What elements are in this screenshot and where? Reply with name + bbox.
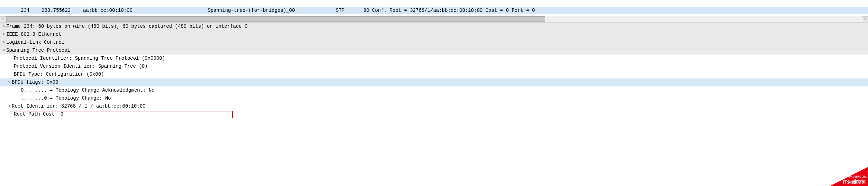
- horizontal-scrollbar[interactable]: < >: [0, 16, 868, 22]
- col-source: [83, 0, 208, 7]
- col-source: aa:bb:cc:00:10:00: [83, 7, 208, 14]
- scroll-right-button[interactable]: >: [862, 16, 868, 22]
- packet-row[interactable]: [0, 0, 868, 7]
- tree-root-id[interactable]: >Root Identifier: 32768 / 1 / aa:bb:cc:0…: [0, 102, 868, 110]
- topology-change-ack: 0... .... = Topology Change Acknowledgme…: [21, 86, 154, 94]
- col-info: [363, 0, 868, 7]
- chevron-right-icon: >: [1, 39, 6, 46]
- packet-list[interactable]: 234 288.755622 aa:bb:cc:00:10:00 Spannin…: [0, 0, 868, 16]
- tree-flag-tca[interactable]: 0... .... = Topology Change Acknowledgme…: [0, 86, 868, 94]
- col-destination: Spanning-tree-(for-bridges)_00: [208, 7, 336, 14]
- root-identifier: Root Identifier: 32768 / 1 / aa:bb:cc:00…: [12, 102, 145, 110]
- tree-bpdu-flags[interactable]: vBPDU flags: 0x00: [0, 78, 868, 86]
- col-time: 288.755622: [42, 7, 83, 14]
- scroll-left-button[interactable]: <: [0, 16, 6, 22]
- col-protocol: [336, 0, 363, 7]
- tree-bpdu-type[interactable]: BPDU Type: Configuration (0x00): [0, 70, 868, 78]
- chevron-right-icon: >: [1, 23, 6, 31]
- tree-stp[interactable]: vSpanning Tree Protocol: [0, 46, 868, 54]
- tree-ieee[interactable]: >IEEE 802.3 Ethernet: [0, 31, 868, 39]
- col-no: [21, 0, 42, 7]
- topology-change: .... ...0 = Topology Change: No: [21, 94, 111, 102]
- tree-frame[interactable]: >Frame 234: 60 bytes on wire (480 bits),…: [0, 23, 868, 31]
- bpdu-type: BPDU Type: Configuration (0x00): [14, 70, 104, 78]
- frame-summary: Frame 234: 60 bytes on wire (480 bits), …: [6, 23, 247, 31]
- chevron-down-icon: v: [1, 46, 6, 54]
- ieee-8023: IEEE 802.3 Ethernet: [6, 31, 62, 39]
- packet-details-pane[interactable]: >Frame 234: 60 bytes on wire (480 bits),…: [0, 22, 868, 118]
- col-protocol: STP: [336, 7, 363, 14]
- chevron-down-icon: v: [7, 78, 12, 86]
- scroll-thumb[interactable]: [6, 16, 545, 22]
- col-info: 60 Conf. Root = 32768/1/aa:bb:cc:00:10:0…: [363, 7, 868, 14]
- chevron-right-icon: >: [1, 31, 6, 39]
- scroll-track[interactable]: [6, 16, 862, 22]
- tree-proto-id[interactable]: Protocol Identifier: Spanning Tree Proto…: [0, 54, 868, 62]
- tree-flag-tc[interactable]: .... ...0 = Topology Change: No: [0, 94, 868, 102]
- packet-row[interactable]: 234 288.755622 aa:bb:cc:00:10:00 Spannin…: [0, 7, 868, 14]
- logical-link-control: Logical-Link Control: [6, 39, 64, 46]
- root-path-cost: Root Path Cost: 0: [14, 110, 63, 118]
- col-destination: [208, 0, 336, 7]
- chevron-right-icon: >: [7, 102, 12, 110]
- tree-llc[interactable]: >Logical-Link Control: [0, 39, 868, 46]
- tree-root-cost[interactable]: Root Path Cost: 0: [0, 110, 868, 118]
- bpdu-flags: BPDU flags: 0x00: [12, 78, 58, 86]
- stp-header: Spanning Tree Protocol: [6, 46, 70, 54]
- col-time: [42, 0, 83, 7]
- col-no: 234: [21, 7, 42, 14]
- protocol-identifier: Protocol Identifier: Spanning Tree Proto…: [14, 54, 165, 62]
- protocol-version: Protocol Version Identifier: Spanning Tr…: [14, 62, 147, 70]
- tree-proto-ver[interactable]: Protocol Version Identifier: Spanning Tr…: [0, 62, 868, 70]
